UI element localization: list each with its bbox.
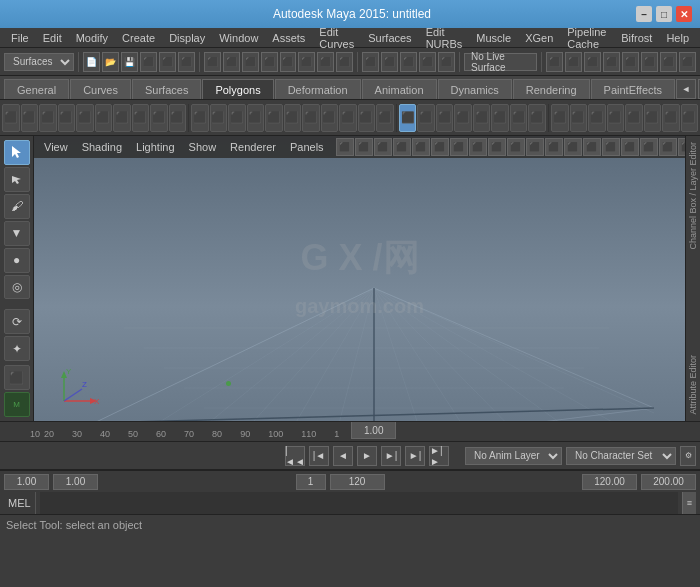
go-end-btn[interactable]: ►|► [429,446,449,466]
menu-assets[interactable]: Assets [265,28,312,48]
menu-create[interactable]: Create [115,28,162,48]
vp-tb17[interactable]: ⬛ [640,138,658,156]
icon-btn29[interactable]: ⬛ [528,104,546,132]
icon-btn35[interactable]: ⬛ [644,104,662,132]
next-key-btn[interactable]: ►| [405,446,425,466]
vp-tb5[interactable]: ⬛ [412,138,430,156]
tb-btn21[interactable]: ⬛ [565,52,582,72]
tb-btn27[interactable]: ⬛ [679,52,696,72]
vp-menu-lighting[interactable]: Lighting [130,137,181,157]
tb-btn24[interactable]: ⬛ [622,52,639,72]
vp-tb16[interactable]: ⬛ [621,138,639,156]
menu-window[interactable]: Window [212,28,265,48]
icon-btn23[interactable]: ⬛ [417,104,435,132]
minimize-button[interactable]: – [636,6,652,22]
icon-btn27[interactable]: ⬛ [491,104,509,132]
vp-menu-view[interactable]: View [38,137,74,157]
menu-bifrost[interactable]: Bifrost [614,28,659,48]
tab-rendering[interactable]: Rendering [513,79,590,99]
tb-btn4[interactable]: ⬛ [140,52,157,72]
tab-animation[interactable]: Animation [362,79,437,99]
tb-btn20[interactable]: ⬛ [546,52,563,72]
tb-btn8[interactable]: ⬛ [223,52,240,72]
icon-btn6[interactable]: ⬛ [95,104,113,132]
tb-btn19[interactable]: ⬛ [438,52,455,72]
tb-btn17[interactable]: ⬛ [400,52,417,72]
vp-tb3[interactable]: ⬛ [374,138,392,156]
tb-btn16[interactable]: ⬛ [381,52,398,72]
move-tool-btn[interactable] [4,167,30,192]
icon-btn2[interactable]: ⬛ [21,104,39,132]
char-set-select[interactable]: No Character Set [566,447,676,465]
tb-btn12[interactable]: ⬛ [298,52,315,72]
icon-btn30[interactable]: ⬛ [551,104,569,132]
tb-btn14[interactable]: ⬛ [336,52,353,72]
icon-btn22[interactable]: ⬛ [399,104,417,132]
tb-btn6[interactable]: ⬛ [178,52,195,72]
tb-btn5[interactable]: ⬛ [159,52,176,72]
icon-btn1[interactable]: ⬛ [2,104,20,132]
menu-xgen[interactable]: XGen [518,28,560,48]
menu-help[interactable]: Help [659,28,696,48]
tab-dynamics[interactable]: Dynamics [438,79,512,99]
vp-tb10[interactable]: ⬛ [507,138,525,156]
rotate-btn[interactable]: ⟳ [4,309,30,334]
tab-surfaces[interactable]: Surfaces [132,79,201,99]
icon-btn13[interactable]: ⬛ [228,104,246,132]
icon-btn25[interactable]: ⬛ [454,104,472,132]
arrow-down-btn[interactable]: ▼ [4,221,30,246]
vp-tb13[interactable]: ⬛ [564,138,582,156]
circle-tool-btn[interactable]: ● [4,248,30,273]
tb-btn18[interactable]: ⬛ [419,52,436,72]
icon-btn17[interactable]: ⬛ [302,104,320,132]
vp-tb18[interactable]: ⬛ [659,138,677,156]
icon-btn37[interactable]: ⬛ [681,104,699,132]
icon-btn24[interactable]: ⬛ [436,104,454,132]
viewport[interactable]: View Shading Lighting Show Renderer Pane… [34,136,685,421]
icon-btn4[interactable]: ⬛ [58,104,76,132]
vp-tb9[interactable]: ⬛ [488,138,506,156]
vp-menu-shading[interactable]: Shading [76,137,128,157]
icon-btn36[interactable]: ⬛ [662,104,680,132]
current-time-input[interactable] [351,422,396,439]
menu-edit-curves[interactable]: Edit Curves [312,28,361,48]
icon-btn28[interactable]: ⬛ [510,104,528,132]
next-frame-btn[interactable]: ►| [381,446,401,466]
end-time-input[interactable] [582,474,637,490]
menu-file[interactable]: File [4,28,36,48]
vp-tb15[interactable]: ⬛ [602,138,620,156]
no-live-surface[interactable]: No Live Surface [464,53,537,71]
mel-end-btn[interactable]: ≡ [682,492,696,514]
max-time-input[interactable] [641,474,696,490]
tab-deformation[interactable]: Deformation [275,79,361,99]
icon-btn34[interactable]: ⬛ [625,104,643,132]
icon-btn33[interactable]: ⬛ [607,104,625,132]
play-btn[interactable]: ► [357,446,377,466]
vp-tb6[interactable]: ⬛ [431,138,449,156]
lasso-btn[interactable]: ◎ [4,275,30,300]
icon-btn32[interactable]: ⬛ [588,104,606,132]
current-frame-input[interactable] [296,474,326,490]
tb-btn23[interactable]: ⬛ [603,52,620,72]
icon-btn19[interactable]: ⬛ [339,104,357,132]
tab-painteffects[interactable]: PaintEffects [591,79,676,99]
paint-btn[interactable]: 🖌 [4,194,30,219]
tb-btn10[interactable]: ⬛ [261,52,278,72]
icon-btn16[interactable]: ⬛ [284,104,302,132]
icon-btn9[interactable]: ⬛ [150,104,168,132]
playback-end-input[interactable] [330,474,385,490]
vp-menu-show[interactable]: Show [183,137,223,157]
vp-menu-panels[interactable]: Panels [284,137,330,157]
icon-btn26[interactable]: ⬛ [473,104,491,132]
channel-box-label[interactable]: Channel Box / Layer Editor [688,138,698,254]
close-button[interactable]: ✕ [676,6,692,22]
vp-tb2[interactable]: ⬛ [355,138,373,156]
open-btn[interactable]: 📂 [102,52,119,72]
prev-frame-btn[interactable]: ◄ [333,446,353,466]
maximize-button[interactable]: □ [656,6,672,22]
icon-btn14[interactable]: ⬛ [247,104,265,132]
tb-btn25[interactable]: ⬛ [641,52,658,72]
menu-surfaces[interactable]: Surfaces [361,28,418,48]
attribute-editor-label[interactable]: Attribute Editor [688,351,698,419]
vp-menu-renderer[interactable]: Renderer [224,137,282,157]
